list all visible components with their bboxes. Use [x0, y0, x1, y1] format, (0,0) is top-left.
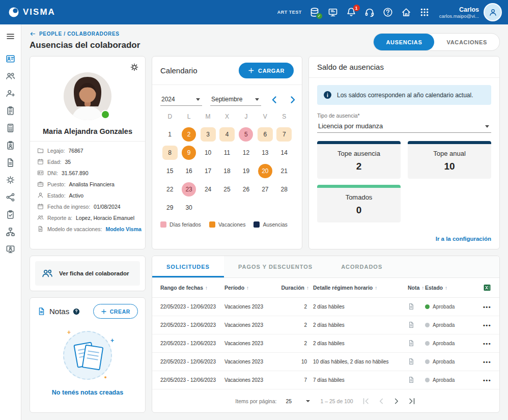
column-header[interactable]: Detalle régimen horario↑ — [313, 285, 408, 291]
sidebar-item-schedule[interactable] — [4, 105, 17, 117]
calendar-day[interactable]: 7 — [275, 126, 294, 143]
sidebar-item-documents[interactable] — [4, 157, 17, 169]
create-note-button[interactable]: CREAR — [93, 304, 138, 319]
calendar-day[interactable]: 14 — [275, 144, 294, 161]
calendar-day[interactable]: 20 — [256, 162, 274, 179]
table-body: 22/05/2023 - 12/06/2023Vacaciones 202322… — [152, 298, 499, 389]
visma-logo[interactable]: VISMA — [8, 7, 55, 18]
apps-grid-icon[interactable] — [419, 7, 430, 17]
balance-box-label: Tope anual — [412, 150, 487, 157]
calendar-day[interactable]: 12 — [237, 144, 256, 161]
user-avatar[interactable] — [484, 3, 502, 21]
calendar-day[interactable]: 2 — [179, 126, 198, 143]
tab-pagos-y-descuentos[interactable]: PAGOS Y DESCUENTOS — [224, 256, 327, 277]
calendar-day[interactable]: 28 — [275, 181, 294, 198]
first-page-button[interactable] — [361, 397, 371, 406]
calendar-day[interactable]: 9 — [179, 144, 198, 161]
status-dot — [425, 304, 430, 309]
calendar-day[interactable]: 5 — [237, 126, 256, 143]
row-actions-button[interactable]: ••• — [483, 377, 491, 383]
row-actions-button[interactable]: ••• — [483, 341, 491, 347]
balance-box-label: Tomados — [321, 193, 397, 201]
export-excel-button[interactable] — [472, 284, 491, 292]
notifications-bell-icon[interactable]: 1 — [346, 7, 356, 17]
next-month-button[interactable] — [288, 95, 298, 105]
calendar-day[interactable]: 18 — [217, 162, 236, 179]
sidebar-item-recruiting[interactable] — [4, 88, 17, 99]
back-arrow-icon[interactable] — [30, 31, 36, 37]
calendar-day[interactable]: 13 — [256, 144, 274, 161]
column-header[interactable]: Estado↑ — [425, 285, 472, 291]
sidebar-item-payroll[interactable] — [4, 122, 17, 134]
tab-acordados[interactable]: ACORDADOS — [327, 256, 397, 277]
next-page-button[interactable] — [392, 397, 401, 406]
calendar-day[interactable]: 15 — [160, 162, 179, 179]
user-menu[interactable]: Carlos carlos.maipo@vi... — [439, 3, 502, 21]
column-header[interactable]: Período↑ — [224, 285, 281, 291]
month-select[interactable]: Septiembre — [210, 93, 261, 106]
calendar-day[interactable]: 21 — [275, 162, 294, 179]
calendar-day[interactable]: 22 — [160, 181, 179, 198]
prev-page-button[interactable] — [377, 397, 386, 406]
page-size-select[interactable]: 25 — [283, 396, 312, 406]
last-page-button[interactable] — [407, 397, 416, 406]
calendar-day[interactable]: 27 — [256, 181, 274, 198]
sidebar-item-employee[interactable] — [4, 53, 17, 65]
database-status-icon[interactable]: ✓ — [309, 7, 320, 17]
sidebar-item-training[interactable] — [4, 243, 17, 255]
column-header[interactable]: Nota↑ — [408, 285, 425, 291]
calendar-day[interactable]: 23 — [179, 181, 198, 198]
calendar-day[interactable]: 30 — [179, 199, 198, 216]
note-attachment-icon[interactable] — [408, 303, 425, 311]
calendar-day[interactable]: 26 — [237, 181, 256, 198]
sidebar-item-settings[interactable] — [4, 174, 17, 186]
calendar-day[interactable]: 17 — [199, 162, 217, 179]
note-attachment-icon[interactable] — [408, 358, 425, 366]
note-attachment-icon[interactable] — [408, 376, 425, 384]
year-select[interactable]: 2024 — [160, 93, 202, 106]
home-icon[interactable] — [401, 7, 411, 17]
briefcase-icon — [37, 181, 44, 187]
sidebar-item-team[interactable] — [4, 70, 17, 82]
row-actions-button[interactable]: ••• — [483, 359, 491, 365]
calendar-day[interactable]: 16 — [179, 162, 198, 179]
calendar-day[interactable]: 1 — [160, 126, 179, 143]
column-header[interactable]: Duración↑ — [281, 285, 313, 291]
upload-button[interactable]: CARGAR — [239, 63, 294, 78]
sidebar-item-organization[interactable] — [4, 226, 17, 238]
row-actions-button[interactable]: ••• — [483, 304, 491, 310]
notes-help-icon[interactable] — [73, 308, 80, 315]
note-attachment-icon[interactable] — [408, 340, 425, 348]
calendar-day[interactable]: 4 — [217, 126, 236, 143]
column-header[interactable]: Rango de fechas↑ — [160, 285, 224, 291]
calendar-day[interactable]: 8 — [160, 144, 179, 161]
help-icon[interactable] — [383, 7, 393, 17]
tab-ausencias[interactable]: AUSENCIAS — [374, 34, 434, 50]
sidebar-item-workflows[interactable] — [4, 191, 17, 203]
row-actions-button[interactable]: ••• — [483, 322, 491, 328]
menu-toggle[interactable] — [4, 31, 17, 42]
view-record-button[interactable]: Ver ficha del colaborador — [35, 261, 140, 286]
tab-solicitudes[interactable]: SOLICITUDES — [152, 256, 224, 277]
prev-month-button[interactable] — [269, 95, 279, 105]
calendar-day[interactable]: 6 — [256, 126, 274, 143]
profile-settings-icon[interactable] — [130, 63, 139, 72]
breadcrumb[interactable]: PEOPLE / COLABORADORES — [30, 31, 140, 37]
tab-vacaciones[interactable]: VACACIONES — [434, 34, 499, 50]
field-value[interactable]: Modelo Visma — [105, 226, 141, 232]
config-link[interactable]: Ir a la configuración — [436, 236, 491, 242]
sidebar-item-approvals[interactable] — [4, 209, 17, 220]
calendar-day[interactable]: 10 — [199, 144, 217, 161]
calendar-day[interactable]: 24 — [199, 181, 217, 198]
calendar-day[interactable]: 11 — [217, 144, 236, 161]
note-attachment-icon[interactable] — [408, 321, 425, 329]
calendar-day[interactable]: 25 — [217, 181, 236, 198]
calendar-day[interactable]: 3 — [199, 126, 217, 143]
table-row: 22/05/2023 - 12/06/2023Vacaciones 202322… — [152, 316, 499, 334]
support-headset-icon[interactable] — [364, 7, 375, 17]
screen-monitor-icon[interactable] — [328, 7, 338, 17]
calendar-day[interactable]: 29 — [160, 199, 179, 216]
sidebar-item-requests[interactable] — [4, 139, 17, 151]
absence-type-select[interactable]: Licencia por mudanza — [317, 120, 491, 133]
calendar-day[interactable]: 19 — [237, 162, 256, 179]
